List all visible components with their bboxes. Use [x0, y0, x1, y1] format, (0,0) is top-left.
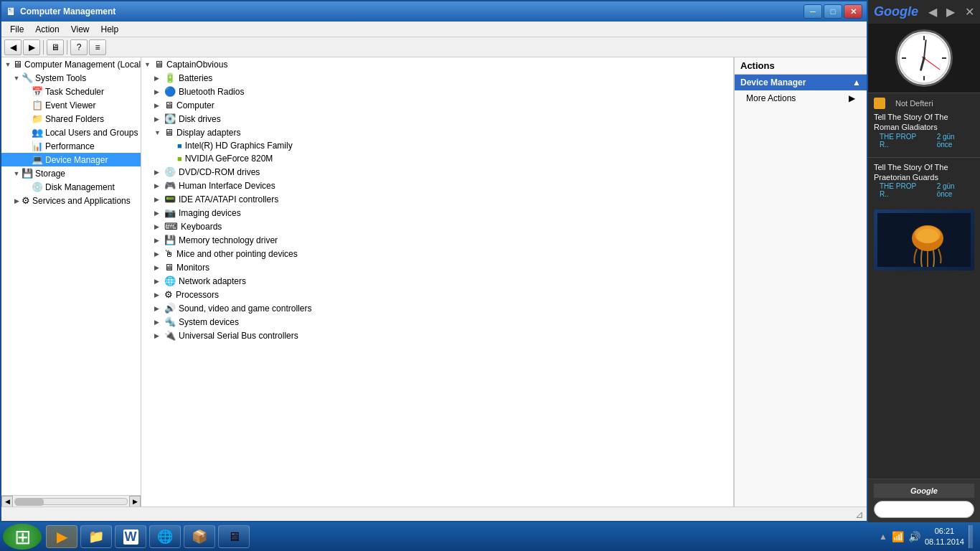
list-button[interactable]: ≡: [89, 39, 106, 55]
menu-bar: File Action View Help: [1, 22, 867, 37]
horizontal-scrollbar[interactable]: ◀ ▶: [1, 495, 141, 507]
taskbar-word[interactable]: W: [115, 525, 146, 548]
media-player-icon: ▶: [57, 528, 67, 545]
app2-icon: 🖥: [227, 529, 240, 545]
system-clock[interactable]: 06:21 08.11.2014: [925, 526, 964, 548]
menu-file[interactable]: File: [4, 23, 29, 36]
google-logo: Google: [874, 4, 918, 19]
device-sound[interactable]: ▶ 🔊 Sound, video and game controllers: [141, 301, 733, 315]
tree-disk-management[interactable]: ▶ 💿 Disk Management: [1, 180, 141, 194]
close-button[interactable]: ✕: [844, 4, 862, 19]
sound-expand: ▶: [154, 305, 164, 312]
volume-tray-icon[interactable]: 🔊: [908, 531, 920, 542]
news-headline-2[interactable]: Tell The Story Of The Praetorian Guards: [868, 161, 980, 183]
help-button[interactable]: ?: [70, 39, 88, 55]
resize-grip[interactable]: ⊿: [855, 509, 864, 520]
device-hid[interactable]: ▶ 🎮 Human Interface Devices: [141, 179, 733, 192]
scroll-left-button[interactable]: ◀: [1, 496, 13, 507]
device-manager-action[interactable]: Device Manager ▲: [735, 75, 867, 90]
minimize-button[interactable]: ─: [804, 4, 822, 19]
device-disk-drives[interactable]: ▶ 💽 Disk drives: [141, 112, 733, 126]
tree-performance-label: Performance: [45, 141, 95, 151]
show-hide-button[interactable]: 🖥: [47, 39, 64, 55]
expand-icon: ▼: [11, 75, 22, 82]
display-expand: ▼: [154, 129, 164, 136]
device-nvidia-gpu[interactable]: ▶ ■ NVIDIA GeForce 820M: [141, 152, 733, 165]
scheduler-icon: 📅: [32, 86, 43, 97]
device-keyboards-label: Keyboards: [181, 222, 222, 232]
toolbar-separator2: [67, 40, 67, 55]
close-sidebar-icon[interactable]: ✕: [965, 5, 974, 19]
next-nav-icon[interactable]: ▶: [946, 5, 955, 19]
tree-services[interactable]: ▶ ⚙ Services and Applications: [1, 194, 141, 207]
tree-storage[interactable]: ▼ 💾 Storage: [1, 166, 141, 180]
scroll-right-button[interactable]: ▶: [129, 496, 141, 507]
back-button[interactable]: ◀: [4, 39, 22, 55]
device-memory[interactable]: ▶ 💾 Memory technology driver: [141, 233, 733, 247]
taskbar-right: ▲ 📶 🔊 06:21 08.11.2014: [879, 525, 977, 548]
news-section-2: Tell The Story Of The Praetorian Guards …: [868, 157, 980, 207]
taskbar-media-player[interactable]: ▶: [46, 525, 77, 548]
device-usb[interactable]: ▶ 🔌 Universal Serial Bus controllers: [141, 329, 733, 342]
tree-shared-folders[interactable]: ▶ 📁 Shared Folders: [1, 112, 141, 126]
device-processors[interactable]: ▶ ⚙ Processors: [141, 288, 733, 301]
menu-view[interactable]: View: [65, 23, 95, 36]
tree-event-viewer[interactable]: ▶ 📋 Event Viewer: [1, 98, 141, 112]
scroll-thumb[interactable]: [15, 499, 44, 506]
tree-local-users-label: Local Users and Groups: [45, 128, 138, 138]
taskbar-explorer[interactable]: 📁: [80, 525, 112, 548]
device-computer[interactable]: ▶ 🖥 Computer: [141, 98, 733, 112]
google-search-input[interactable]: [874, 501, 974, 518]
tree-performance[interactable]: ▶ 📊 Performance: [1, 139, 141, 153]
tree-storage-label: Storage: [35, 169, 65, 179]
device-bluetooth-label: Bluetooth Radios: [179, 87, 244, 97]
device-dvd[interactable]: ▶ 💿 DVD/CD-ROM drives: [141, 165, 733, 179]
tree-device-manager[interactable]: ▶ 💻 Device Manager: [1, 153, 141, 166]
device-intel-gpu[interactable]: ▶ ■ Intel(R) HD Graphics Family: [141, 139, 733, 152]
taskbar-chrome[interactable]: 🌐: [149, 525, 181, 548]
device-monitors[interactable]: ▶ 🖥 Monitors: [141, 260, 733, 274]
start-button[interactable]: ⊞: [3, 524, 42, 550]
menu-action[interactable]: Action: [29, 23, 65, 36]
device-keyboards[interactable]: ▶ ⌨ Keyboards: [141, 220, 733, 233]
device-network[interactable]: ▶ 🌐 Network adapters: [141, 274, 733, 288]
computer-device-icon: 🖥: [164, 100, 174, 110]
tree-system-tools[interactable]: ▼ 🔧 System Tools: [1, 71, 141, 85]
taskbar-app1[interactable]: 📦: [184, 525, 215, 548]
device-dvd-label: DVD/CD-ROM drives: [179, 167, 260, 177]
root-computer-icon: 🖥: [154, 59, 164, 70]
memory-icon: 💾: [164, 235, 176, 245]
show-desktop-button[interactable]: [969, 525, 973, 548]
device-batteries-label: Batteries: [179, 73, 212, 83]
news-meta-1: THE PROP R.. 2 gün önce: [868, 133, 980, 154]
tree-root[interactable]: ▼ 🖥 Computer Management (Local: [1, 57, 141, 71]
menu-help[interactable]: Help: [95, 23, 125, 36]
prev-nav-icon[interactable]: ◀: [928, 5, 937, 19]
device-mice[interactable]: ▶ 🖱 Mice and other pointing devices: [141, 247, 733, 260]
forward-button[interactable]: ▶: [23, 39, 40, 55]
news-headline-1[interactable]: Tell The Story Of The Roman Gladiators: [868, 110, 980, 133]
device-bluetooth[interactable]: ▶ 🔵 Bluetooth Radios: [141, 85, 733, 98]
network-tray-icon[interactable]: 📶: [892, 531, 904, 542]
more-actions-item[interactable]: More Actions ▶: [735, 90, 867, 106]
maximize-button[interactable]: □: [824, 4, 842, 19]
expand-icon: ▼: [3, 61, 13, 68]
actions-header: Actions: [735, 57, 867, 75]
device-display-adapters[interactable]: ▼ 🖥 Display adapters: [141, 126, 733, 139]
news-thumbnail: [874, 209, 974, 270]
device-disk-drives-label: Disk drives: [179, 114, 221, 124]
device-manager-icon: 💻: [32, 154, 43, 165]
device-system[interactable]: ▶ 🔩 System devices: [141, 315, 733, 329]
device-ide[interactable]: ▶ 📟 IDE ATA/ATAPI controllers: [141, 192, 733, 206]
taskbar-app2[interactable]: 🖥: [218, 525, 250, 548]
news-section-1: Not Defteri Tell The Story Of The Roman …: [868, 93, 980, 157]
clock-widget: [868, 24, 980, 93]
device-imaging[interactable]: ▶ 📷 Imaging devices: [141, 206, 733, 220]
tree-local-users[interactable]: ▶ 👥 Local Users and Groups: [1, 126, 141, 139]
device-batteries[interactable]: ▶ 🔋 Batteries: [141, 71, 733, 85]
tree-task-scheduler[interactable]: ▶ 📅 Task Scheduler: [1, 85, 141, 98]
scroll-track[interactable]: [14, 498, 128, 505]
device-root[interactable]: ▼ 🖥 CaptainObvious: [141, 57, 733, 71]
title-bar: 🖥 Computer Management ─ □ ✕: [1, 1, 867, 22]
disk-drives-icon: 💽: [164, 113, 176, 124]
